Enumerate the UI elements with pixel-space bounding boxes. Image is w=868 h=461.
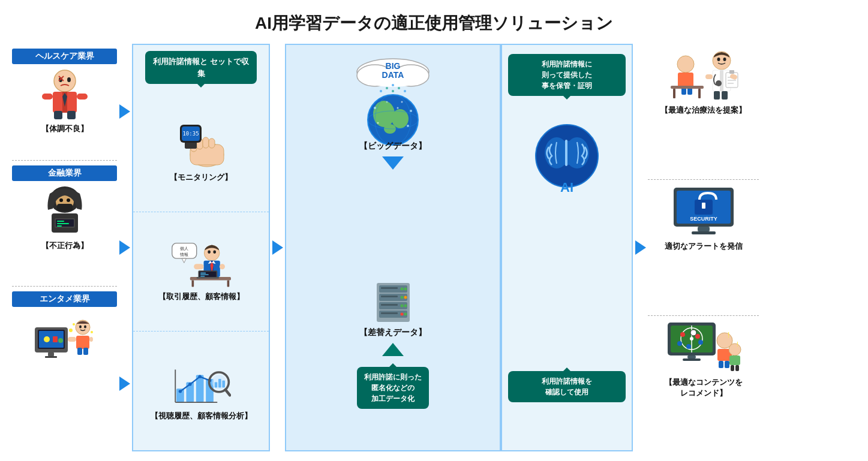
svg-point-188	[729, 344, 741, 355]
chart-analysis-icon	[171, 359, 231, 410]
center-column: BIG DATA	[285, 44, 501, 451]
right-mid-column: 利用許諾情報に則って提供した事を保管・証明	[501, 44, 633, 451]
replace-data-area: 【差替えデータ】 利用許諾に則った匿名化などの加工データ化	[357, 249, 429, 445]
doctor-image	[665, 49, 743, 103]
arrow-finance	[119, 240, 130, 255]
output-content-label: 【最適なコンテンツをレコメンド】	[665, 377, 743, 399]
svg-rect-11	[67, 111, 76, 119]
svg-rect-8	[42, 94, 53, 100]
svg-point-142	[677, 56, 694, 73]
right-arrow-section	[633, 44, 648, 451]
svg-point-126	[404, 296, 407, 299]
down-arrow	[382, 156, 404, 170]
svg-rect-34	[76, 336, 89, 349]
mid-center-arrow	[270, 44, 285, 451]
finance-image	[32, 185, 98, 239]
svg-rect-191	[735, 365, 739, 371]
svg-rect-22	[57, 225, 62, 227]
svg-point-2	[67, 77, 71, 82]
svg-point-26	[44, 336, 50, 342]
svg-rect-139	[565, 140, 567, 166]
entame-tag: エンタメ業界	[12, 291, 117, 307]
svg-rect-162	[714, 91, 720, 100]
office-worker-icon: 個人 情報	[171, 240, 231, 291]
svg-rect-182	[687, 355, 696, 358]
svg-text:情報: 情報	[179, 252, 188, 257]
svg-point-16	[67, 198, 70, 202]
svg-point-124	[404, 287, 407, 290]
middle-items: 10:35 【モニタリング】	[133, 45, 269, 450]
industry-entame: エンタメ業界	[12, 287, 117, 415]
svg-point-113	[386, 101, 388, 103]
svg-point-175	[690, 337, 693, 341]
svg-point-41	[73, 323, 75, 326]
svg-point-111	[377, 122, 379, 124]
svg-point-0	[54, 70, 76, 92]
security-monitor-icon: SECURITY	[665, 185, 743, 239]
arrow-to-output	[635, 240, 646, 255]
svg-rect-133	[381, 304, 398, 306]
svg-rect-74	[194, 264, 203, 269]
svg-point-40	[91, 331, 93, 333]
svg-rect-163	[722, 91, 728, 100]
bigdata-area: BIG DATA	[333, 51, 453, 249]
svg-point-32	[79, 325, 82, 328]
svg-point-181	[690, 330, 696, 336]
brain-icon: AI	[528, 123, 606, 195]
security-image: SECURITY	[665, 185, 743, 239]
svg-rect-90	[218, 378, 221, 387]
collect-bubble: 利用許諾情報と セットで収集	[145, 51, 257, 84]
svg-rect-38	[83, 348, 88, 355]
svg-point-81	[188, 382, 191, 385]
arrow-mid-center	[272, 240, 283, 255]
svg-rect-20	[57, 221, 64, 222]
doctor-consultation-icon	[665, 47, 743, 104]
svg-rect-30	[45, 356, 57, 358]
svg-rect-146	[671, 86, 704, 89]
svg-rect-46	[203, 137, 209, 148]
svg-rect-147	[673, 89, 675, 98]
monitoring-item: 10:35 【モニタリング】	[133, 93, 269, 212]
up-arrow	[382, 343, 404, 356]
license-bottom-bubble: 利用許諾に則った匿名化などの加工データ化	[357, 367, 429, 409]
svg-point-151	[723, 58, 726, 61]
output-security: SECURITY 適切なアラートを発信	[648, 180, 759, 316]
svg-rect-183	[683, 358, 701, 361]
svg-rect-143	[678, 73, 693, 88]
svg-point-33	[84, 325, 86, 328]
svg-point-58	[208, 250, 211, 253]
svg-rect-21	[57, 223, 69, 224]
content-recommend-image: ! !	[665, 321, 743, 375]
smartwatch-icon: 10:35	[174, 122, 228, 170]
svg-rect-10	[54, 111, 62, 119]
industry-finance: 金融業界	[12, 161, 117, 287]
svg-point-101	[380, 90, 382, 92]
svg-point-128	[404, 304, 407, 307]
svg-rect-29	[48, 352, 54, 356]
main-container: AI用学習データの適正使用管理ソリューション ヘルスケア業界	[0, 0, 868, 461]
svg-point-150	[717, 58, 720, 61]
prove-bubble: 利用許諾情報に則って提供した事を保管・証明	[508, 54, 626, 96]
svg-rect-9	[77, 94, 88, 100]
svg-rect-47	[209, 138, 215, 148]
svg-rect-35	[68, 337, 76, 342]
transaction-label: 【取引履歴、顧客情報】	[158, 291, 244, 302]
output-healthcare: 【最適な治療法を提案】	[648, 44, 759, 180]
svg-rect-72	[200, 274, 209, 275]
svg-rect-70	[197, 277, 219, 279]
content-area: ヘルスケア業界	[12, 44, 856, 451]
healthcare-image	[32, 68, 98, 122]
svg-point-99	[386, 87, 388, 89]
svg-text:DATA: DATA	[382, 70, 404, 80]
svg-point-98	[392, 84, 394, 86]
svg-point-176	[680, 332, 685, 337]
svg-rect-169	[702, 203, 705, 209]
svg-rect-75	[220, 264, 225, 269]
svg-rect-14	[57, 204, 73, 211]
svg-point-114	[401, 101, 403, 103]
ai-area: AI	[502, 123, 632, 195]
svg-point-108	[374, 107, 376, 109]
healthcare-label: 【体調不良】	[41, 123, 88, 134]
output-healthcare-label: 【最適な治療法を提案】	[660, 105, 746, 116]
svg-rect-166	[698, 227, 710, 231]
